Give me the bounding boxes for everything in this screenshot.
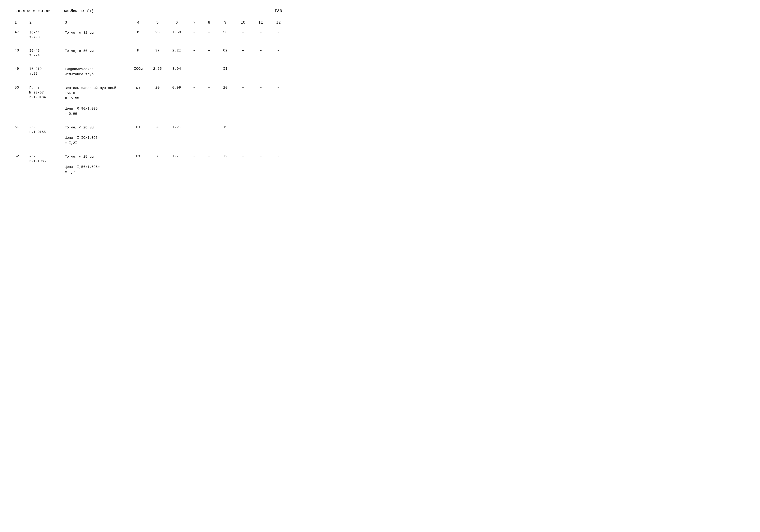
page-number: - I33 - [269, 9, 287, 14]
col-header-1: I [13, 18, 28, 27]
row-col9: II [216, 64, 234, 78]
row-col10: – [234, 122, 252, 147]
col-header-9: 9 [216, 18, 234, 27]
row-col6: I,2I [166, 122, 187, 147]
row-col10: – [234, 27, 252, 41]
col-header-10: IO [234, 18, 252, 27]
row-unit: шт [128, 122, 149, 147]
row-desc: То же, ∅ 25 ммЦена: I,56хI,098== I,7I [63, 151, 128, 176]
row-col9: 5 [216, 122, 234, 147]
row-col8: – [202, 64, 216, 78]
row-col10: – [234, 45, 252, 59]
row-col11: – [252, 151, 270, 176]
row-num: 52 [13, 151, 28, 176]
row-num: 47 [13, 27, 28, 41]
col-header-7: 7 [187, 18, 202, 27]
row-num: 5I [13, 122, 28, 147]
row-col5: 37 [149, 45, 166, 59]
row-col9: 82 [216, 45, 234, 59]
row-col5: 2,85 [149, 64, 166, 78]
row-col12: – [269, 64, 287, 78]
table-row: 5I –"–п.I-OI85 То же, ∅ 20 ммЦена: I,IOх… [13, 122, 287, 147]
row-num: 50 [13, 82, 28, 118]
row-col8: – [202, 27, 216, 41]
album-label: Альбом IX (I) [64, 9, 94, 13]
row-col12: – [269, 27, 287, 41]
col-header-4: 4 [128, 18, 149, 27]
row-col6: I,58 [166, 27, 187, 41]
row-desc: Вентиль запорный муфтовый I5БIП∅ I5 ммЦе… [63, 82, 128, 118]
row-col10: – [234, 64, 252, 78]
col-header-2: 2 [28, 18, 63, 27]
table-row: 48 I6-46т.7-4 То же, ∅ 50 мм М 37 2,2I –… [13, 45, 287, 59]
row-col6: 3,94 [166, 64, 187, 78]
row-ref: I6-46т.7-4 [28, 45, 63, 59]
col-header-8: 8 [202, 18, 216, 27]
row-num: 48 [13, 45, 28, 59]
row-col8: – [202, 122, 216, 147]
column-headers: I 2 3 4 5 6 7 8 9 IO II I2 [13, 18, 287, 27]
row-desc: То же, ∅ 20 ммЦена: I,IOхI,098== I,2I [63, 122, 128, 147]
row-col8: – [202, 151, 216, 176]
row-col8: – [202, 82, 216, 118]
col-header-12: I2 [269, 18, 287, 27]
row-col7: – [187, 64, 202, 78]
row-col9: I2 [216, 151, 234, 176]
row-col7: – [187, 122, 202, 147]
row-col12: – [269, 82, 287, 118]
row-col7: – [187, 45, 202, 59]
row-ref: Пр-нт№ 23-07п.I-OI84 [28, 82, 63, 118]
row-ref: I6-44т.7-3 [28, 27, 63, 41]
document-code: Т.П.503-5-23.86 [13, 9, 51, 13]
row-desc: Гидравлическоеиспытание труб [63, 64, 128, 78]
row-col9: 36 [216, 27, 234, 41]
row-col12: – [269, 45, 287, 59]
row-desc: То же, ∅ 32 мм [63, 27, 128, 41]
row-unit: М [128, 27, 149, 41]
row-col6: I,7I [166, 151, 187, 176]
col-header-11: II [252, 18, 270, 27]
row-unit: IOOм [128, 64, 149, 78]
row-ref: I6-2I9т.22 [28, 64, 63, 78]
row-ref: –"–п.I-IO86 [28, 151, 63, 176]
row-col12: – [269, 122, 287, 147]
row-num: 49 [13, 64, 28, 78]
row-col10: – [234, 82, 252, 118]
col-header-3: 3 [63, 18, 128, 27]
row-col8: – [202, 45, 216, 59]
row-col5: 20 [149, 82, 166, 118]
row-ref: –"–п.I-OI85 [28, 122, 63, 147]
row-unit: шт [128, 151, 149, 176]
row-col9: 20 [216, 82, 234, 118]
row-col7: – [187, 82, 202, 118]
row-col5: 7 [149, 151, 166, 176]
col-header-6: 6 [166, 18, 187, 27]
row-col6: 2,2I [166, 45, 187, 59]
main-table: I 2 3 4 5 6 7 8 9 IO II I2 47 I6-44т.7-3… [13, 18, 287, 176]
table-row: 52 –"–п.I-IO86 То же, ∅ 25 ммЦена: I,56х… [13, 151, 287, 176]
row-desc: То же, ∅ 50 мм [63, 45, 128, 59]
row-col7: – [187, 27, 202, 41]
table-row: 47 I6-44т.7-3 То же, ∅ 32 мм М 23 I,58 –… [13, 27, 287, 41]
row-col5: 23 [149, 27, 166, 41]
row-col10: – [234, 151, 252, 176]
row-col11: – [252, 82, 270, 118]
col-header-5: 5 [149, 18, 166, 27]
row-col11: – [252, 27, 270, 41]
row-unit: шт [128, 82, 149, 118]
header: Т.П.503-5-23.86 Альбом IX (I) - I33 - [13, 9, 287, 14]
row-col11: – [252, 122, 270, 147]
row-col7: – [187, 151, 202, 176]
row-col6: 0,99 [166, 82, 187, 118]
row-col5: 4 [149, 122, 166, 147]
row-col11: – [252, 45, 270, 59]
table-row: 49 I6-2I9т.22 Гидравлическоеиспытание тр… [13, 64, 287, 78]
row-col12: – [269, 151, 287, 176]
table-row: 50 Пр-нт№ 23-07п.I-OI84 Вентиль запорный… [13, 82, 287, 118]
row-unit: М [128, 45, 149, 59]
row-col11: – [252, 64, 270, 78]
